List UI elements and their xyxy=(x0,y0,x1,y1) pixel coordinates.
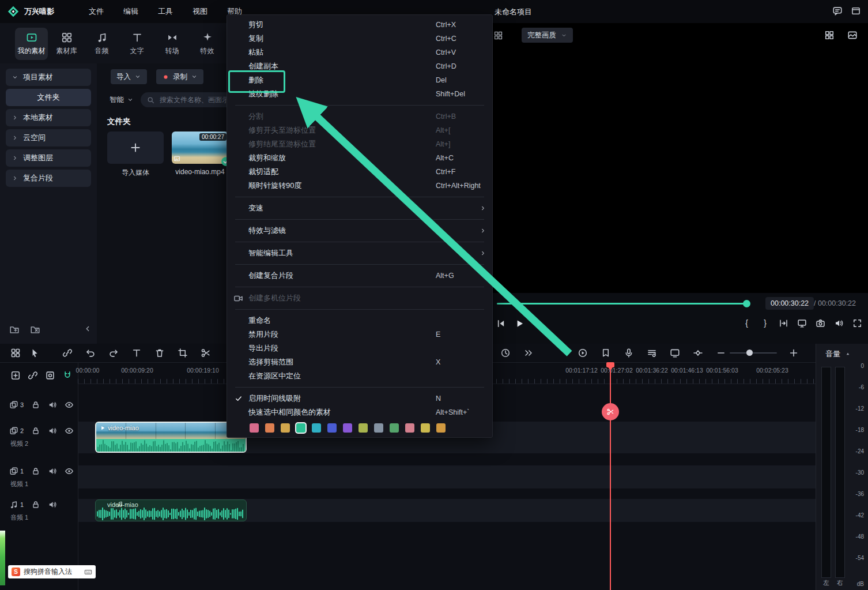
crop-tool-icon[interactable] xyxy=(178,348,188,358)
sidebar-item-local-media[interactable]: 本地素材 xyxy=(6,109,91,126)
tab-effects[interactable]: 特效 xyxy=(191,28,224,60)
menubar-item-2[interactable]: 工具 xyxy=(151,4,180,19)
play-icon[interactable] xyxy=(514,318,524,329)
lock-icon[interactable] xyxy=(31,500,40,509)
second-monitor-icon[interactable] xyxy=(797,318,807,328)
menu-item-rotate-90[interactable]: 顺时针旋转90度Ctrl+Alt+Right xyxy=(227,179,492,193)
sidebar-item-adjustment-layer[interactable]: 调整图层 xyxy=(6,149,91,167)
lock-icon[interactable] xyxy=(31,426,40,435)
link-clips-icon[interactable] xyxy=(62,348,73,358)
visibility-icon[interactable] xyxy=(65,400,74,409)
tab-text[interactable]: 文字 xyxy=(120,28,153,60)
more-tools-icon[interactable] xyxy=(523,348,534,358)
mute-icon[interactable] xyxy=(48,400,57,409)
menubar-item-3[interactable]: 视图 xyxy=(186,4,214,19)
mark-in-icon[interactable]: { xyxy=(742,318,752,328)
menu-item-export-clip[interactable]: 导出片段 xyxy=(227,341,492,355)
snap-icon[interactable] xyxy=(62,370,73,381)
color-swatch-10[interactable] xyxy=(405,423,414,433)
video-clip[interactable]: video-miao xyxy=(95,422,247,453)
volume-icon[interactable] xyxy=(834,318,844,328)
menubar-item-1[interactable]: 编辑 xyxy=(116,4,145,19)
track-lane-video1[interactable] xyxy=(78,465,816,488)
sidebar-item-folder[interactable]: 文件夹 xyxy=(6,89,91,106)
menu-item-smart-edit-tools[interactable]: 智能编辑工具 xyxy=(227,246,492,260)
redo-icon[interactable] xyxy=(108,348,119,358)
menubar-item-0[interactable]: 文件 xyxy=(82,4,111,19)
add-media-track-icon[interactable] xyxy=(10,370,21,381)
color-swatch-1[interactable] xyxy=(265,423,274,433)
menu-item-disable-clip[interactable]: 禁用片段E xyxy=(227,328,492,341)
lock-icon[interactable] xyxy=(31,467,40,476)
color-swatch-11[interactable] xyxy=(421,423,430,433)
voiceover-icon[interactable] xyxy=(624,348,634,358)
visibility-icon[interactable] xyxy=(65,467,74,476)
menu-item-copy[interactable]: 复制Ctrl+C xyxy=(227,32,492,46)
playhead-handle[interactable] xyxy=(606,362,614,367)
menu-item-locate-in-media[interactable]: 在资源区中定位 xyxy=(227,369,492,383)
seek-knob[interactable] xyxy=(743,300,750,307)
visibility-icon[interactable] xyxy=(65,426,74,435)
mark-range-icon[interactable] xyxy=(779,318,788,328)
media-clip-card[interactable]: 00:00:27 xyxy=(172,131,228,164)
window-layout-icon[interactable] xyxy=(851,6,861,16)
split-tool-icon[interactable] xyxy=(201,348,211,358)
sidebar-item-project-media[interactable]: 项目素材 xyxy=(6,69,91,86)
feedback-icon[interactable] xyxy=(832,6,843,16)
tab-my-media[interactable]: 我的素材 xyxy=(15,28,48,60)
menu-item-paste[interactable]: 粘贴Ctrl+V xyxy=(227,46,492,59)
zoom-slider[interactable] xyxy=(730,352,777,354)
color-swatch-9[interactable] xyxy=(390,423,399,433)
mute-icon[interactable] xyxy=(48,426,57,435)
add-text-icon[interactable] xyxy=(131,348,142,358)
seek-bar[interactable] xyxy=(497,303,746,305)
zoom-out-icon[interactable] xyxy=(716,348,726,358)
sidebar-item-cloud-space[interactable]: 云空间 xyxy=(6,129,91,146)
view-grid-icon[interactable] xyxy=(10,348,21,358)
menu-item-select-same-color[interactable]: 快速选中相同颜色的素材Alt+Shift+` xyxy=(227,405,492,419)
marker-icon[interactable] xyxy=(601,348,611,358)
fullscreen-icon[interactable] xyxy=(852,318,862,328)
duration-tool-icon[interactable] xyxy=(500,348,511,358)
color-swatch-5[interactable] xyxy=(327,423,337,433)
collapse-sidebar-icon[interactable] xyxy=(83,324,92,333)
zoom-slider-knob[interactable] xyxy=(746,350,753,356)
grid-view-icon[interactable] xyxy=(824,30,835,40)
playback-speed-icon[interactable] xyxy=(578,348,588,358)
quality-select[interactable]: 完整画质 xyxy=(522,28,573,43)
menu-item-select-clip-range[interactable]: 选择剪辑范围X xyxy=(227,355,492,369)
import-button[interactable]: 导入 xyxy=(111,69,147,84)
snapshot-frame-icon[interactable] xyxy=(45,370,55,381)
layout-toggle-icon[interactable] xyxy=(493,31,503,40)
menu-item-crop-fit[interactable]: 裁切适配Ctrl+F xyxy=(227,165,492,179)
delete-clip-icon[interactable] xyxy=(154,348,165,358)
zoom-in-icon[interactable] xyxy=(788,348,799,358)
record-button[interactable]: 录制 xyxy=(156,69,203,84)
sidebar-item-compound-clip[interactable]: 复合片段 xyxy=(6,170,91,187)
mute-icon[interactable] xyxy=(48,500,57,509)
menu-item-trim-end[interactable]: 修剪结尾至游标位置Alt+] xyxy=(227,137,492,151)
color-swatch-6[interactable] xyxy=(343,423,352,433)
mark-out-icon[interactable]: } xyxy=(760,318,770,328)
keyboard-icon[interactable] xyxy=(84,568,92,576)
import-media-card[interactable] xyxy=(107,131,164,164)
color-swatch-4[interactable] xyxy=(312,423,321,433)
mute-icon[interactable] xyxy=(48,467,57,476)
playhead-line[interactable] xyxy=(610,363,611,590)
delete-folder-icon[interactable] xyxy=(30,324,40,335)
color-swatch-2[interactable] xyxy=(281,423,290,433)
color-swatch-0[interactable] xyxy=(250,423,259,433)
select-tool-icon[interactable] xyxy=(29,348,40,358)
keyframe-icon[interactable] xyxy=(693,348,703,358)
previous-frame-icon[interactable] xyxy=(496,318,506,329)
tab-transition[interactable]: 转场 xyxy=(156,28,188,60)
snapshot-icon[interactable] xyxy=(816,318,825,328)
menu-item-speed[interactable]: 变速 xyxy=(227,201,492,215)
tab-library[interactable]: 素材库 xyxy=(50,28,83,60)
auto-ripple-icon[interactable] xyxy=(28,370,38,381)
color-swatch-12[interactable] xyxy=(436,423,446,433)
screen-record-icon[interactable] xyxy=(670,348,680,358)
menu-item-split[interactable]: 分割Ctrl+B xyxy=(227,110,492,123)
menu-item-timeline-snap[interactable]: 启用时间线吸附N xyxy=(227,392,492,405)
undo-icon[interactable] xyxy=(85,348,96,358)
